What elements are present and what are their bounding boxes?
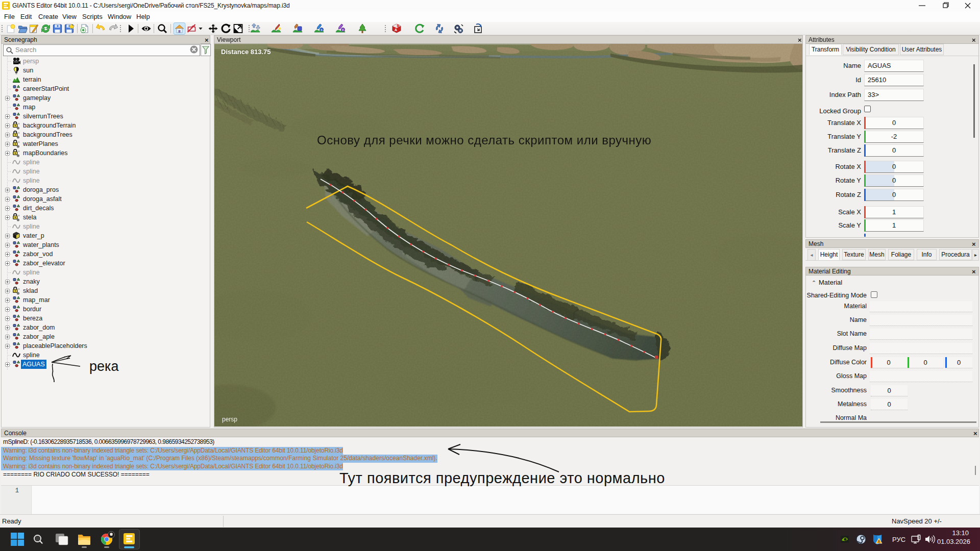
svg-text:01.03.2026: 01.03.2026	[937, 538, 970, 545]
svg-text:13:10: 13:10	[952, 529, 969, 537]
svg-text:РУС: РУС	[892, 536, 905, 543]
svg-text:F: F	[342, 29, 344, 32]
svg-text:B: B	[397, 24, 400, 28]
svg-text:A: A	[395, 28, 397, 32]
